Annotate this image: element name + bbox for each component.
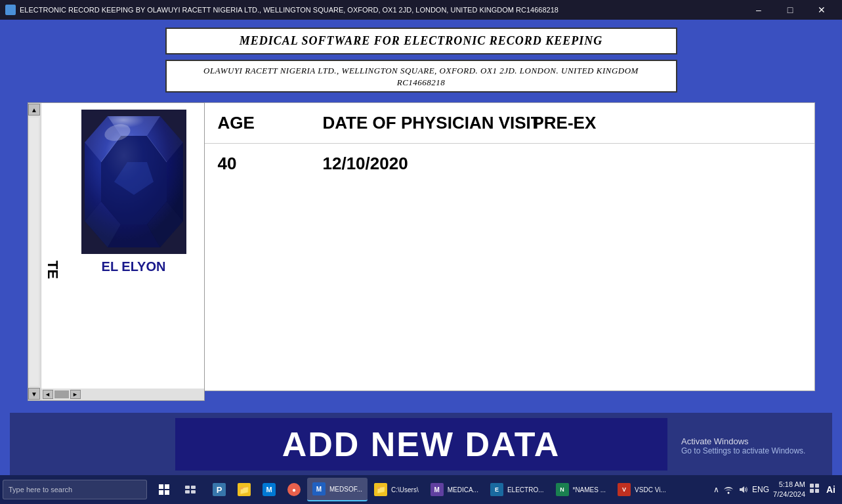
window-titlebar: ELECTRONIC RECORD KEEPING BY OLAWUYI RAC… xyxy=(0,0,842,20)
taskbar-app-vsdc[interactable]: V VSDC Vi... xyxy=(612,478,671,501)
taskbar-app-misc[interactable]: ● xyxy=(282,478,306,501)
header-banner-2: OLAWUYI RACETT NIGERIA LTD., WELLINGTON … xyxy=(165,60,677,93)
window-controls: – □ ✕ xyxy=(744,0,837,20)
svg-rect-27 xyxy=(815,484,819,488)
system-clock[interactable]: 5:18 AM 7/24/2024 xyxy=(773,480,805,500)
svg-rect-28 xyxy=(810,489,814,493)
clock-time: 5:18 AM xyxy=(773,480,805,490)
minimize-button[interactable]: – xyxy=(744,0,774,20)
close-button[interactable]: ✕ xyxy=(807,0,837,20)
svg-point-24 xyxy=(728,492,730,494)
svg-rect-23 xyxy=(191,490,196,494)
svg-rect-17 xyxy=(165,484,169,489)
main-content: ▲ ▼ TE xyxy=(28,102,815,413)
scroll-right-button[interactable]: ► xyxy=(70,390,81,399)
clock-date: 7/24/2024 xyxy=(773,490,805,499)
task-view-button[interactable] xyxy=(179,478,202,501)
col-header-age: AGE xyxy=(211,103,316,143)
cell-pre-ex xyxy=(526,144,808,184)
store-icon: M xyxy=(263,483,276,496)
svg-rect-21 xyxy=(191,486,196,489)
add-new-data-button[interactable]: ADD NEW DATA xyxy=(175,418,667,471)
records-table: AGE DATE OF PHYSICIAN VISIT PRE-EX 40 12… xyxy=(205,102,815,391)
taskbar-system-icons xyxy=(152,478,202,501)
show-hidden-icons-button[interactable]: ∧ xyxy=(713,485,719,495)
medica-icon: M xyxy=(431,483,444,496)
col-header-preex: PRE-EX xyxy=(526,103,808,143)
app-title: MEDICAL SOFTWARE FOR ELECTRONIC RECORD K… xyxy=(240,34,603,47)
scroll-down-button[interactable]: ▼ xyxy=(28,388,40,400)
company-info: OLAWUYI RACETT NIGERIA LTD., WELLINGTON … xyxy=(203,66,639,87)
window-title: ELECTRONIC RECORD KEEPING BY OLAWUYI RAC… xyxy=(20,6,744,14)
cusers-icon: 📁 xyxy=(374,483,387,496)
windows-activation-overlay: Activate Windows Go to Settings to activ… xyxy=(671,413,832,478)
svg-rect-19 xyxy=(165,490,169,495)
taskbar-app-electro[interactable]: E ELECTRO... xyxy=(485,478,549,501)
taskbar-app-store[interactable]: M xyxy=(257,478,281,501)
python-icon: P xyxy=(213,483,226,496)
window-app-icon xyxy=(5,5,16,15)
volume-icon[interactable] xyxy=(738,484,748,495)
start-button[interactable] xyxy=(152,478,176,501)
taskbar-app-medsof[interactable]: M MEDSOF... xyxy=(307,478,368,501)
taskbar-search-box[interactable]: Type here to search xyxy=(3,480,147,499)
patient-card: EL ELYON xyxy=(64,103,204,400)
taskbar-apps: P 📁 M ● M MEDSOF... xyxy=(207,478,713,501)
col-header-date: DATE OF PHYSICIAN VISIT xyxy=(316,103,526,143)
notification-center-button[interactable] xyxy=(809,483,820,496)
patient-name: EL ELYON xyxy=(102,259,166,274)
taskbar-right: ∧ ENG 5:18 AM 7/24/2024 xyxy=(713,480,839,500)
edge-label: TE xyxy=(41,103,64,400)
taskbar-app-medica[interactable]: M MEDICA... xyxy=(425,478,484,501)
table-header-row: AGE DATE OF PHYSICIAN VISIT PRE-EX xyxy=(205,103,814,144)
scroll-thumb xyxy=(54,390,69,398)
add-new-data-section: ADD NEW DATA Activate Windows Go to Sett… xyxy=(10,413,832,475)
svg-rect-22 xyxy=(185,490,190,494)
svg-rect-26 xyxy=(810,484,814,488)
svg-rect-20 xyxy=(185,486,190,489)
taskbar-app-names[interactable]: N *NAMES ... xyxy=(551,478,612,501)
taskbar-app-cusers[interactable]: 📁 C:\Users\ xyxy=(369,478,424,501)
header-banner-1: MEDICAL SOFTWARE FOR ELECTRONIC RECORD K… xyxy=(165,28,677,54)
vertical-scrollbar[interactable]: ▲ ▼ xyxy=(28,103,41,400)
misc-icon: ● xyxy=(287,483,301,496)
taskbar-app-explorer[interactable]: 📁 xyxy=(232,478,256,501)
svg-rect-16 xyxy=(159,484,163,489)
svg-rect-18 xyxy=(159,490,163,495)
electro-icon: E xyxy=(490,483,503,496)
scroll-left-button[interactable]: ◄ xyxy=(43,390,53,399)
activation-message: Go to Settings to activate Windows. xyxy=(681,446,822,455)
svg-rect-29 xyxy=(815,489,819,493)
search-placeholder-text: Type here to search xyxy=(9,486,72,494)
medsof-icon: M xyxy=(312,482,326,495)
activation-title: Activate Windows xyxy=(681,436,822,446)
network-icon[interactable] xyxy=(723,484,734,495)
taskbar-app-python[interactable]: P xyxy=(207,478,231,501)
horizontal-scrollbar[interactable]: ◄ ► xyxy=(41,388,204,400)
patient-photo-svg xyxy=(81,110,186,254)
patient-card-panel: ▲ ▼ TE xyxy=(28,102,205,401)
task-view-icon xyxy=(184,485,196,494)
app-content-wrapper: MEDICAL SOFTWARE FOR ELECTRONIC RECORD K… xyxy=(0,20,842,475)
svg-marker-25 xyxy=(740,486,744,493)
vsdc-icon: V xyxy=(618,483,631,496)
cell-date-visit: 12/10/2020 xyxy=(316,144,526,184)
explorer-icon: 📁 xyxy=(238,483,251,496)
language-indicator[interactable]: ENG xyxy=(752,485,769,494)
taskbar: Type here to search P xyxy=(0,475,842,504)
scroll-up-button[interactable]: ▲ xyxy=(28,104,40,116)
maximize-button[interactable]: □ xyxy=(775,0,805,20)
names-icon: N xyxy=(556,483,569,496)
table-data-row: 40 12/10/2020 xyxy=(205,144,814,184)
cell-age: 40 xyxy=(211,144,316,184)
windows-icon xyxy=(158,484,170,495)
patient-photo xyxy=(81,110,186,254)
scroll-track xyxy=(30,117,39,386)
ai-label[interactable]: Ai xyxy=(826,484,835,495)
